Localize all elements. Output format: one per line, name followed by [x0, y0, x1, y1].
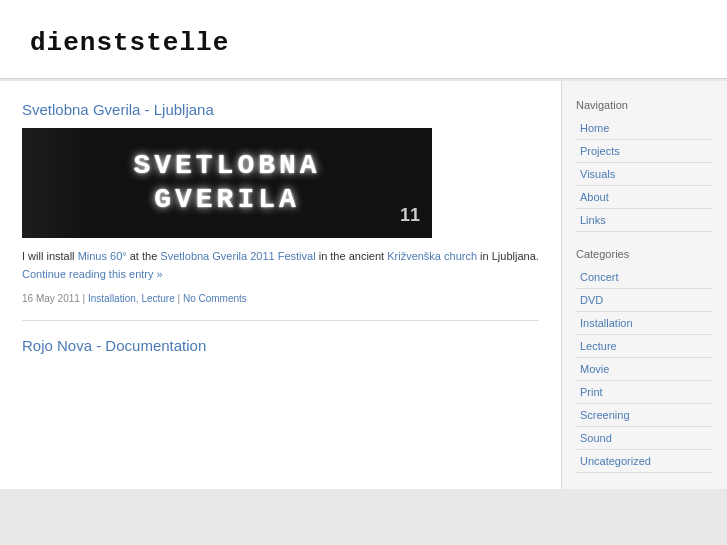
continue-reading-link[interactable]: Continue reading this entry »	[22, 268, 163, 280]
excerpt-link-1[interactable]: Minus 60°	[78, 250, 127, 262]
cat-item-dvd: DVD	[576, 289, 713, 312]
meta-category-installation[interactable]: Installation	[88, 293, 136, 304]
categories-section-title: Categories	[576, 248, 713, 260]
cat-link-movie[interactable]: Movie	[576, 358, 713, 380]
excerpt-text-2: at the	[127, 250, 161, 262]
nav-item-visuals: Visuals	[576, 163, 713, 186]
sidebar: Navigation Home Projects Visuals About L…	[562, 81, 727, 489]
cat-link-lecture[interactable]: Lecture	[576, 335, 713, 357]
post-image-overlay	[22, 128, 92, 238]
cat-link-sound[interactable]: Sound	[576, 427, 713, 449]
post-date: 16 May 2011	[22, 293, 80, 304]
cat-link-uncategorized[interactable]: Uncategorized	[576, 450, 713, 472]
site-header: dienststelle	[0, 0, 727, 79]
cat-item-concert: Concert	[576, 266, 713, 289]
nav-link-projects[interactable]: Projects	[576, 140, 713, 162]
excerpt-text-1: I will install	[22, 250, 78, 262]
meta-category-lecture[interactable]: Lecture	[141, 293, 174, 304]
post-2-title-link[interactable]: Rojo Nova - Documentation	[22, 337, 206, 354]
cat-link-print[interactable]: Print	[576, 381, 713, 403]
cat-item-sound: Sound	[576, 427, 713, 450]
post-2: Rojo Nova - Documentation	[22, 337, 539, 354]
meta-comments[interactable]: No Comments	[183, 293, 247, 304]
cat-item-uncategorized: Uncategorized	[576, 450, 713, 473]
post-1-title: Svetlobna Gverila - Ljubljana	[22, 101, 539, 118]
content-area: Svetlobna Gverila - Ljubljana SVETLOBNAG…	[0, 81, 562, 489]
cat-link-installation[interactable]: Installation	[576, 312, 713, 334]
nav-link-home[interactable]: Home	[576, 117, 713, 139]
post-1: Svetlobna Gverila - Ljubljana SVETLOBNAG…	[22, 101, 539, 304]
post-1-excerpt: I will install Minus 60° at the Svetlobn…	[22, 248, 539, 283]
cat-item-print: Print	[576, 381, 713, 404]
main-layout: Svetlobna Gverila - Ljubljana SVETLOBNAG…	[0, 81, 727, 489]
cat-link-dvd[interactable]: DVD	[576, 289, 713, 311]
post-2-title: Rojo Nova - Documentation	[22, 337, 539, 354]
site-title: dienststelle	[30, 28, 697, 58]
excerpt-link-2[interactable]: Svetlobna Gverila 2011 Festival	[160, 250, 315, 262]
nav-section-title: Navigation	[576, 99, 713, 111]
cat-link-screening[interactable]: Screening	[576, 404, 713, 426]
post-divider	[22, 320, 539, 321]
nav-item-links: Links	[576, 209, 713, 232]
nav-list: Home Projects Visuals About Links	[576, 117, 713, 232]
cat-link-concert[interactable]: Concert	[576, 266, 713, 288]
excerpt-link-3[interactable]: Križvenška church	[387, 250, 477, 262]
cat-item-installation: Installation	[576, 312, 713, 335]
post-1-title-link[interactable]: Svetlobna Gverila - Ljubljana	[22, 101, 214, 118]
nav-link-visuals[interactable]: Visuals	[576, 163, 713, 185]
post-image-badge: 11	[400, 205, 420, 226]
nav-link-about[interactable]: About	[576, 186, 713, 208]
nav-item-home: Home	[576, 117, 713, 140]
nav-link-links[interactable]: Links	[576, 209, 713, 231]
cat-item-movie: Movie	[576, 358, 713, 381]
cat-item-lecture: Lecture	[576, 335, 713, 358]
nav-item-projects: Projects	[576, 140, 713, 163]
categories-list: Concert DVD Installation Lecture Movie P…	[576, 266, 713, 473]
post-1-image: SVETLOBNAGVERILA 11	[22, 128, 432, 238]
excerpt-text-4: in Ljubljana.	[477, 250, 539, 262]
post-1-meta: 16 May 2011 | Installation, Lecture | No…	[22, 293, 539, 304]
nav-item-about: About	[576, 186, 713, 209]
post-image-text: SVETLOBNAGVERILA	[133, 149, 320, 216]
excerpt-text-3: in the ancient	[316, 250, 388, 262]
cat-item-screening: Screening	[576, 404, 713, 427]
